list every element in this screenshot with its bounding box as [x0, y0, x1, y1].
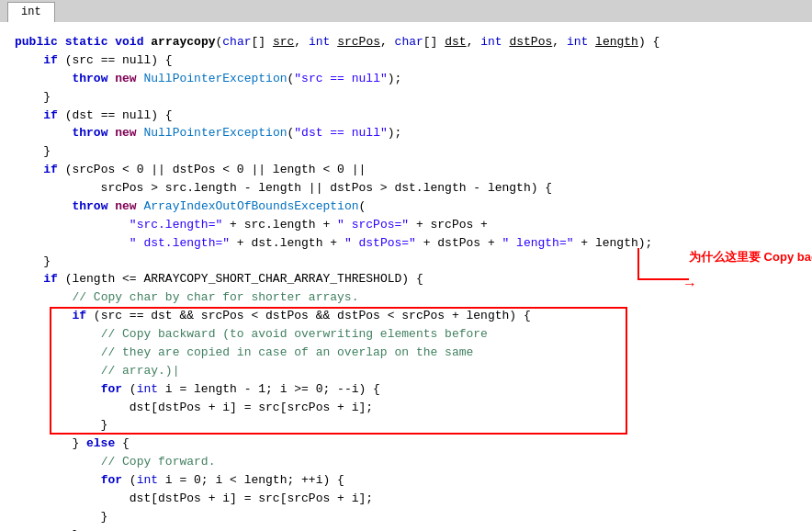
annotation-arrow-vertical — [637, 248, 639, 280]
tab-bar: int — [0, 0, 812, 22]
annotation-arrow-horizontal — [638, 278, 689, 280]
code-line-5: if (dst == null) { — [15, 107, 797, 125]
code-line-16: if (src == dst && srcPos < dstPos && dst… — [15, 307, 797, 325]
code-line-13: } — [15, 253, 797, 271]
code-line-18: // they are copied in case of an overlap… — [15, 344, 797, 362]
tab-int[interactable]: int — [7, 2, 55, 22]
code-line-28: } — [15, 526, 797, 531]
code-line-19: // array.)| — [15, 362, 797, 380]
code-line-27: } — [15, 508, 797, 526]
code-line-23: } else { — [15, 435, 797, 453]
code-line-20: for (int i = length - 1; i >= 0; --i) { — [15, 380, 797, 399]
code-line-25: for (int i = 0; i < length; ++i) { — [15, 471, 797, 490]
code-line-11: "src.length=" + src.length + " srcPos=" … — [15, 216, 797, 234]
code-line-4: } — [15, 88, 797, 107]
code-line-21: dst[dstPos + i] = src[srcPos + i]; — [15, 399, 797, 417]
code-line-22: } — [15, 416, 797, 435]
code-line-24: // Copy forward. — [15, 453, 797, 471]
code-line-6: throw new NullPointerException("dst == n… — [15, 124, 797, 142]
code-line-1: public static void arraycopy(char[] src,… — [15, 33, 797, 51]
code-line-3: throw new NullPointerException("src == n… — [15, 70, 797, 88]
code-line-10: throw new ArrayIndexOutOfBoundsException… — [15, 198, 797, 216]
annotation-text: 为什么这里要 Copy backward, 即从后往前复制呢 ??? — [689, 248, 812, 266]
code-line-12: " dst.length=" + dst.length + " dstPos="… — [15, 234, 797, 253]
highlighted-block: if (src == dst && srcPos < dstPos && dst… — [15, 307, 797, 435]
code-line-26: dst[dstPos + i] = src[srcPos + i]; — [15, 490, 797, 508]
code-line-17: // Copy backward (to avoid overwriting e… — [15, 325, 797, 344]
code-line-8: if (srcPos < 0 || dstPos < 0 || length <… — [15, 161, 797, 179]
code-line-9: srcPos > src.length - length || dstPos >… — [15, 179, 797, 198]
code-line-15: // Copy char by char for shorter arrays. — [15, 288, 797, 307]
code-container: int public static void arraycopy(char[] … — [0, 0, 812, 531]
code-line-2: if (src == null) { — [15, 51, 797, 70]
annotation-arrowhead: → — [685, 274, 694, 297]
code-line-7: } — [15, 142, 797, 161]
